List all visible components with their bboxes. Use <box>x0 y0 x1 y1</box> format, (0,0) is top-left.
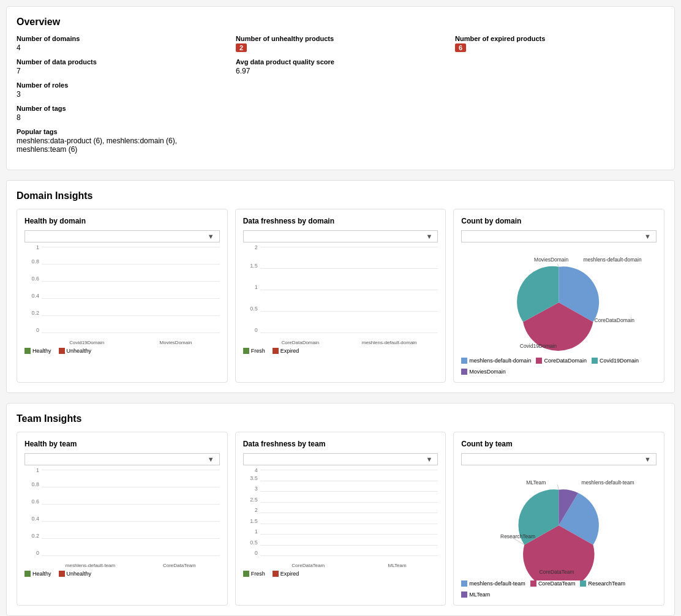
ml-team-legend-label: MLTeam <box>469 592 490 598</box>
y-team-08: 0.8 <box>31 481 39 487</box>
legend-ml-team: MLTeam <box>461 592 490 598</box>
fresh-color <box>243 348 249 354</box>
overview-col3: Number of expired products 6 <box>455 35 664 160</box>
pie-line-top <box>558 263 559 266</box>
x-labels-team: meshlens-default-team CoreDataTeam <box>42 563 220 568</box>
grid-ft-875 <box>260 481 438 481</box>
unhealthy-color <box>59 348 65 354</box>
grid-team-80 <box>42 487 220 487</box>
y-fresh-05: 0.5 <box>250 306 258 312</box>
grid-fresh-100 <box>260 247 438 247</box>
core-team-color <box>530 580 536 587</box>
pie-label-core: CoreDataDomain <box>595 317 635 323</box>
x-label-meshlens: meshlens-default-domain <box>362 340 417 345</box>
chevron-down-icon-4: ▼ <box>208 456 214 463</box>
stat-domains: Number of domains 4 <box>17 35 226 52</box>
freshness-by-team-card: Data freshness by team ▼ 0 0.5 1 1.5 2 2… <box>235 432 446 606</box>
grid-ft-125 <box>260 545 438 546</box>
research-team-color <box>580 580 586 587</box>
y-fresh-2: 2 <box>255 244 258 250</box>
x-label-core-fresh: CoreDataTeam <box>292 563 325 568</box>
grid-ft-375 <box>260 524 438 524</box>
stat-expired: Number of expired products 6 <box>455 35 664 52</box>
unhealthy-label: Unhealthy <box>67 348 92 354</box>
chart-area-team <box>42 470 220 556</box>
legend-healthy: Healthy <box>24 348 51 354</box>
x-label-mesh-team: meshlens-default-team <box>66 563 115 568</box>
expired-badge: 6 <box>455 43 466 52</box>
movies-legend-label: MoviesDomain <box>469 369 506 375</box>
grid-ft-0 <box>260 555 438 556</box>
count-domain-dropdown[interactable]: ▼ <box>461 230 657 242</box>
freshness-domain-dropdown[interactable]: ▼ <box>243 230 438 242</box>
team-expired-label: Expired <box>280 571 299 577</box>
y-team-1: 1 <box>36 467 39 473</box>
team-unhealthy-label: Unhealthy <box>67 571 92 577</box>
stat-label-quality: Avg data product quality score <box>236 58 445 66</box>
overview-grid: Number of domains 4 Number of data produ… <box>17 35 664 160</box>
grid-team-100 <box>42 470 220 470</box>
meshlens-legend-label: meshlens-default-domain <box>469 358 531 364</box>
pie-label-research: ResearchTeam <box>500 533 535 539</box>
health-by-team-card: Health by team ▼ 0 0.2 0.4 0.6 0.8 1 <box>17 432 228 606</box>
stat-label-roles: Number of roles <box>17 81 226 89</box>
y-team-02: 0.2 <box>31 533 39 539</box>
y-label-0: 0 <box>36 327 39 333</box>
legend-research-team: ResearchTeam <box>580 580 625 587</box>
health-team-chart: 0 0.2 0.4 0.6 0.8 1 <box>24 470 220 568</box>
stat-tags: Number of tags 8 <box>17 105 226 122</box>
covid-color <box>592 358 598 364</box>
y-fresh-team-4: 4 <box>255 467 258 473</box>
chevron-down-icon-3: ▼ <box>644 233 651 240</box>
pie-label-core-team: CoreDataTeam <box>540 569 574 575</box>
covid-legend-label: Covid19Domain <box>600 358 639 364</box>
team-pie-svg: MLTeam meshlens-default-team ResearchTea… <box>461 470 657 580</box>
freshness-team-title: Data freshness by team <box>243 440 438 448</box>
core-team-legend-label: CoreDataTeam <box>538 580 576 587</box>
grid-fresh-75 <box>260 268 438 269</box>
health-by-domain-card: Health by domain ▼ 0 0.2 0.4 0.6 0.8 1 <box>17 209 228 383</box>
overview-col2: Number of unhealthy products 2 Avg data … <box>236 35 445 160</box>
health-domain-dropdown[interactable]: ▼ <box>24 230 220 242</box>
stat-roles: Number of roles 3 <box>17 81 226 99</box>
legend-meshlens: meshlens-default-domain <box>461 358 531 364</box>
legend-team-healthy: Healthy <box>24 571 51 577</box>
team-expired-color <box>273 571 279 577</box>
chevron-down-icon-6: ▼ <box>644 456 651 463</box>
y-fresh-team-3: 3 <box>255 486 258 492</box>
y-axis-fresh: 0 0.5 1 1.5 2 <box>243 247 260 333</box>
y-axis: 0 0.2 0.4 0.6 0.8 1 <box>24 247 42 333</box>
team-insights-section: Team Insights Health by team ▼ 0 0.2 0.4… <box>6 403 675 616</box>
pie-label-meshlens: meshlens-default-domain <box>584 257 642 263</box>
stat-unhealthy: Number of unhealthy products 2 <box>236 35 445 52</box>
team-insights-title: Team Insights <box>17 413 664 424</box>
grid-fresh-25 <box>260 311 438 312</box>
y-label-08: 0.8 <box>31 258 39 265</box>
count-team-pie: MLTeam meshlens-default-team ResearchTea… <box>461 470 657 580</box>
overview-title: Overview <box>17 17 664 28</box>
health-team-dropdown[interactable]: ▼ <box>24 453 220 465</box>
grid-fresh-0 <box>260 332 438 333</box>
count-team-dropdown[interactable]: ▼ <box>461 453 657 465</box>
legend-covid: Covid19Domain <box>592 358 639 364</box>
overview-section: Overview Number of domains 4 Number of d… <box>6 6 675 170</box>
team-fresh-color <box>243 571 249 577</box>
y-fresh-team-0: 0 <box>255 550 258 556</box>
health-team-legend: Healthy Unhealthy <box>24 571 220 577</box>
stat-quality: Avg data product quality score 6.97 <box>236 58 445 75</box>
research-team-legend-label: ResearchTeam <box>588 580 625 587</box>
stat-value-roles: 3 <box>17 90 226 99</box>
stat-label-expired: Number of expired products <box>455 35 664 42</box>
y-team-0: 0 <box>36 550 39 556</box>
chevron-down-icon: ▼ <box>208 233 214 240</box>
grid-team-40 <box>42 521 220 522</box>
stat-value-data-products: 7 <box>17 67 226 75</box>
y-fresh-team-35: 3.5 <box>250 475 258 481</box>
freshness-team-dropdown[interactable]: ▼ <box>243 453 438 465</box>
healthy-color <box>24 348 31 354</box>
team-healthy-label: Healthy <box>32 571 51 577</box>
y-fresh-team-15: 1.5 <box>250 518 258 524</box>
count-domain-legend: meshlens-default-domain CoreDataDomain C… <box>461 358 657 375</box>
ml-team-color <box>461 592 467 598</box>
grid-team-60 <box>42 504 220 505</box>
